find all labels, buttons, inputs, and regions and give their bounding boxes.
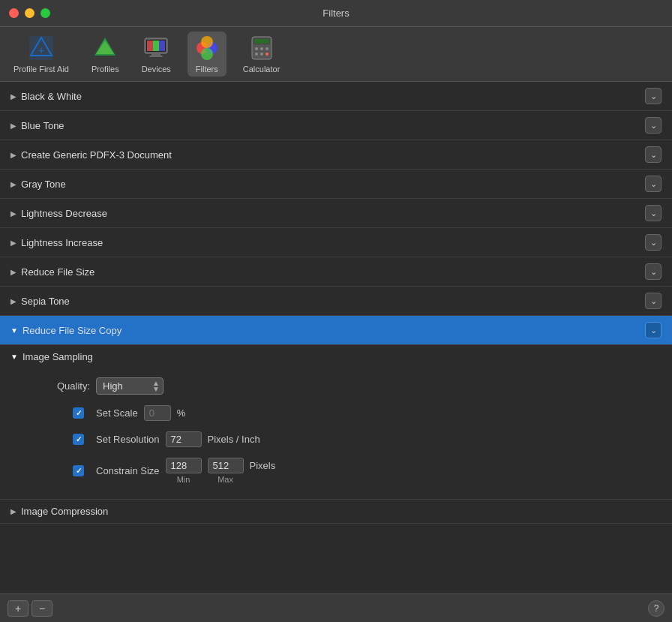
- filter-label-lightness-increase: Lightness Increase: [21, 237, 103, 248]
- filter-label-reduce-file-size-copy: Reduce File Size Copy: [22, 325, 122, 336]
- image-compression-triangle-icon: ▶: [10, 507, 16, 515]
- filter-label-sepia-tone: Sepia Tone: [21, 296, 70, 307]
- triangle-icon: ▶: [10, 268, 16, 276]
- set-resolution-label: Set Resolution: [96, 434, 160, 445]
- triangle-icon: ▶: [10, 209, 16, 218]
- filter-list: ▶ Black & White ⌄ ▶ Blue Tone ⌄ ▶ Create…: [0, 82, 672, 593]
- filter-row-lightness-increase[interactable]: ▶ Lightness Increase ⌄: [0, 228, 672, 257]
- expanded-section: ▼ Image Sampling Quality: Low Medium Hig…: [0, 345, 672, 500]
- sampling-body: Quality: Low Medium High Best ▲▼ Set Sca…: [0, 368, 672, 499]
- svg-rect-11: [159, 41, 165, 51]
- minimize-button[interactable]: [25, 8, 34, 18]
- svg-rect-8: [149, 56, 163, 57]
- svg-point-22: [255, 53, 258, 56]
- profiles-icon: [92, 35, 118, 62]
- set-scale-checkbox[interactable]: [73, 407, 84, 419]
- svg-rect-18: [254, 39, 269, 44]
- svg-point-21: [266, 47, 268, 50]
- quality-select[interactable]: Low Medium High Best: [96, 377, 164, 395]
- quality-select-wrapper[interactable]: Low Medium High Best ▲▼: [96, 377, 164, 395]
- image-compression-label: Image Compression: [21, 506, 108, 517]
- toolbar-item-profiles[interactable]: Profiles: [86, 32, 125, 77]
- triangle-icon: ▶: [10, 180, 16, 188]
- svg-rect-7: [152, 53, 160, 56]
- triangle-icon: ▶: [10, 297, 16, 305]
- set-scale-row: Set Scale %: [30, 405, 657, 421]
- toolbar: + Profile First Aid Profiles: [0, 27, 672, 82]
- chevron-black-white[interactable]: ⌄: [645, 88, 662, 104]
- close-button[interactable]: [9, 8, 19, 18]
- filter-label-lightness-decrease: Lightness Decrease: [21, 208, 107, 219]
- constrain-size-label: Constrain Size: [96, 465, 160, 476]
- chevron-blue-tone[interactable]: ⌄: [645, 117, 662, 134]
- svg-marker-4: [96, 41, 114, 54]
- constrain-size-inputs: Pixels Min Max: [166, 458, 276, 484]
- filter-row-create-generic[interactable]: ▶ Create Generic PDFX-3 Document ⌄: [0, 140, 672, 170]
- image-sampling-header[interactable]: ▼ Image Sampling: [0, 345, 672, 368]
- svg-text:+: +: [38, 44, 44, 56]
- title-bar: Filters: [0, 0, 672, 27]
- svg-point-19: [255, 47, 258, 50]
- constrain-size-checkbox[interactable]: [73, 465, 84, 476]
- filter-label-gray-tone: Gray Tone: [21, 179, 66, 190]
- calculator-icon: [248, 35, 275, 62]
- quality-label: Quality:: [30, 380, 90, 392]
- svg-point-14: [201, 36, 213, 48]
- chevron-lightness-increase[interactable]: ⌄: [645, 234, 662, 251]
- window-controls[interactable]: [9, 8, 50, 18]
- filter-label-create-generic: Create Generic PDFX-3 Document: [21, 149, 172, 161]
- set-scale-unit: %: [177, 407, 186, 419]
- bottom-bar: + − ?: [0, 593, 672, 622]
- svg-point-24: [266, 53, 268, 56]
- filter-row-blue-tone[interactable]: ▶ Blue Tone ⌄: [0, 111, 672, 140]
- window-title: Filters: [322, 8, 349, 19]
- quality-row: Quality: Low Medium High Best ▲▼: [30, 377, 657, 395]
- filter-label-reduce-file-size: Reduce File Size: [21, 266, 94, 278]
- triangle-icon: ▶: [10, 239, 16, 247]
- image-compression-row[interactable]: ▶ Image Compression: [0, 500, 672, 524]
- filter-row-reduce-file-size[interactable]: ▶ Reduce File Size ⌄: [0, 257, 672, 287]
- set-resolution-row: Set Resolution Pixels / Inch: [30, 431, 657, 447]
- svg-point-20: [260, 47, 263, 50]
- image-sampling-triangle-icon: ▼: [10, 353, 18, 361]
- toolbar-label-devices: Devices: [142, 65, 171, 74]
- min-label: Min: [166, 475, 202, 484]
- chevron-reduce-file-size-copy[interactable]: ⌄: [645, 322, 662, 338]
- chevron-lightness-decrease[interactable]: ⌄: [645, 205, 662, 221]
- toolbar-item-filters[interactable]: Filters: [188, 32, 226, 77]
- toolbar-item-devices[interactable]: Devices: [136, 32, 177, 77]
- chevron-reduce-file-size[interactable]: ⌄: [645, 263, 662, 280]
- maximize-button[interactable]: [40, 8, 50, 18]
- constrain-size-row: Constrain Size Pixels Min Max: [30, 458, 657, 484]
- filter-row-gray-tone[interactable]: ▶ Gray Tone ⌄: [0, 170, 672, 199]
- set-scale-label: Set Scale: [96, 407, 138, 419]
- max-label: Max: [208, 475, 244, 484]
- help-button[interactable]: ?: [648, 600, 664, 617]
- triangle-open-icon: ▼: [10, 326, 18, 335]
- constrain-max-input[interactable]: [208, 458, 244, 473]
- filter-row-lightness-decrease[interactable]: ▶ Lightness Decrease ⌄: [0, 199, 672, 228]
- chevron-create-generic[interactable]: ⌄: [645, 146, 662, 163]
- image-sampling-label: Image Sampling: [22, 351, 93, 362]
- toolbar-item-calculator[interactable]: Calculator: [237, 32, 286, 77]
- filter-row-sepia-tone[interactable]: ▶ Sepia Tone ⌄: [0, 287, 672, 316]
- set-resolution-checkbox[interactable]: [73, 434, 84, 445]
- toolbar-item-profile-first-aid[interactable]: + Profile First Aid: [8, 32, 75, 77]
- filter-row-black-white[interactable]: ▶ Black & White ⌄: [0, 82, 672, 111]
- add-filter-button[interactable]: +: [8, 600, 28, 617]
- set-resolution-input[interactable]: [166, 431, 202, 447]
- set-resolution-unit: Pixels / Inch: [208, 434, 260, 445]
- constrain-min-input[interactable]: [166, 458, 202, 473]
- svg-rect-10: [153, 41, 159, 51]
- svg-point-23: [260, 53, 263, 56]
- remove-filter-button[interactable]: −: [32, 600, 52, 617]
- chevron-gray-tone[interactable]: ⌄: [645, 176, 662, 192]
- chevron-sepia-tone[interactable]: ⌄: [645, 293, 662, 309]
- triangle-icon: ▶: [10, 151, 16, 159]
- filter-row-reduce-file-size-copy[interactable]: ▼ Reduce File Size Copy ⌄: [0, 316, 672, 345]
- svg-point-15: [201, 48, 213, 60]
- set-scale-input[interactable]: [144, 405, 171, 421]
- triangle-icon: ▶: [10, 92, 16, 101]
- toolbar-label-profile-first-aid: Profile First Aid: [14, 65, 69, 74]
- toolbar-label-calculator: Calculator: [243, 65, 280, 74]
